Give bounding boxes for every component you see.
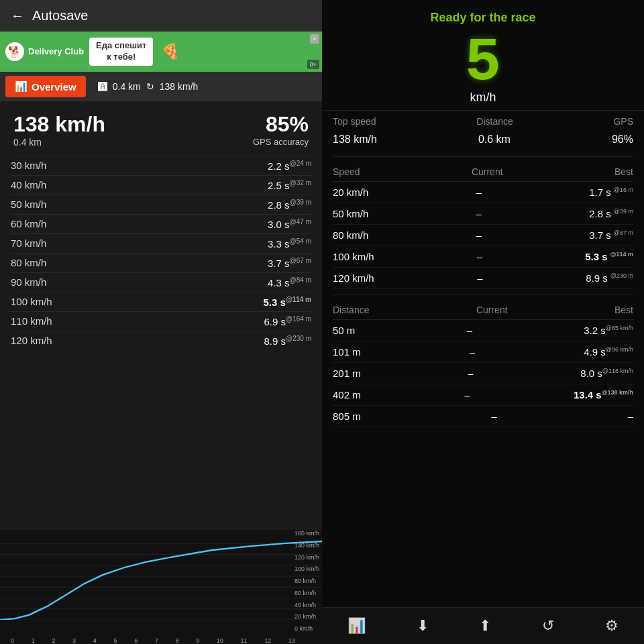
back-button[interactable]: ← [11,8,24,23]
nav-distance: 0.4 km [113,81,141,92]
header: ← Autosave [0,0,322,32]
chart-y-label: 160 km/h [294,530,319,537]
nav-settings-icon[interactable]: ⚙ [605,617,619,635]
perf-best: 3.7 s @67 m [589,229,633,241]
perf-row: 120 km/h – 8.9 s @230 m [333,268,633,289]
speed-label: 110 km/h [11,315,52,327]
dist-best: 13.4 s@138 km/h [574,389,633,400]
dist-dist: 805 m [333,411,361,422]
accuracy-label: GPS accuracy [253,137,309,147]
perf-current: – [477,251,482,262]
current-speed-digit: 5 [322,33,644,93]
perf-speed: 80 km/h [333,229,368,241]
chart-x-label: 12 [264,637,271,644]
dist-current: – [467,325,472,336]
perf-current: – [477,272,482,284]
table-row: 50 km/h2.8 s@39 m [11,195,311,214]
perf-row: 50 km/h – 2.8 s @39 m [333,203,633,225]
ad-close-button[interactable]: × [310,34,319,44]
dist-current: – [492,411,497,422]
ad-pizza-icon: 🍕 [161,43,179,60]
chart-y-label: 80 km/h [294,578,319,584]
perf-speed-col: Speed [333,166,360,177]
accuracy-block: 85% GPS accuracy [253,112,309,147]
perf-speed: 50 km/h [333,208,368,219]
dist-current: – [464,389,470,400]
chart-x-label: 13 [288,637,295,644]
chart-x-label: 9 [196,637,199,644]
dist-row: 402 m – 13.4 s@138 km/h [333,384,633,406]
dist-dist: 50 m [333,325,355,336]
nav-upload-icon[interactable]: ⬆ [479,617,491,635]
speed-table: 30 km/h2.2 s@24 m40 km/h2.5 s@32 m50 km/… [0,153,322,525]
accuracy-value: 85% [253,112,309,137]
nav-stats: 🅰 0.4 km ↻ 138 km/h [91,77,205,96]
speed-label: 60 km/h [11,218,46,230]
chart-x-label: 2 [52,637,55,644]
dist-dist: 201 m [333,368,361,379]
chart-y-label: 100 km/h [294,566,319,572]
table-row: 70 km/h3.3 s@54 m [11,233,311,253]
nav-bar: 📊 Overview 🅰 0.4 km ↻ 138 km/h [0,72,322,101]
chart-y-label: 120 km/h [294,554,319,561]
speed-label: 40 km/h [11,179,46,191]
perf-current: – [476,208,482,219]
speed-time: 3.3 s@54 m [268,237,311,250]
divider-2 [333,294,633,295]
speed-label: 80 km/h [11,257,46,269]
table-row: 120 km/h8.9 s@230 m [11,331,311,350]
chart-x-label: 5 [113,637,117,644]
gps-header: GPS [613,116,633,127]
speed-time: 3.7 s@67 m [268,257,311,269]
top-speed-header: Top speed [333,116,376,127]
top-distance-val: 0.6 km [478,133,511,146]
perf-current: – [476,229,482,241]
table-row: 90 km/h4.3 s@84 m [11,272,311,292]
perf-current: – [476,186,482,198]
ad-logo: 🐕 Delivery Club [5,42,84,61]
dist-row: 101 m – 4.9 s@96 km/h [333,341,633,363]
ad-banner[interactable]: 🐕 Delivery Club Еда спешит к тебе! 🍕 × 0… [0,32,322,72]
nav-chart-icon[interactable]: 📊 [347,617,366,635]
table-row: 100 km/h5.3 s@114 m [11,292,311,311]
top-stats-row: 138 km/h 0.6 km 96% [333,131,633,148]
perf-best: 1.7 s @16 m [589,186,633,198]
dist-row: 805 m – – [333,406,633,427]
dist-current-col: Current [476,305,508,315]
speed-label: 100 km/h [11,296,52,308]
chart-svg [0,533,322,620]
speed-time: 2.8 s@39 m [268,199,311,211]
dist-current: – [468,368,473,379]
nav-download-icon[interactable]: ⬇ [417,617,429,635]
dist-best: 8.0 s@116 km/h [580,368,633,379]
performance-section: Speed Current Best 20 km/h – 1.7 s @16 m… [322,160,644,292]
main-speed-value: 138 km/h [13,112,105,137]
chart-y-labels: 0 km/h20 km/h40 km/h60 km/h80 km/h100 km… [294,530,319,632]
dist-dist: 402 m [333,389,361,400]
chart-x-label: 3 [72,637,76,644]
divider-1 [333,156,633,157]
speed-label: 120 km/h [11,335,52,347]
right-panel: Ready for the race 5 km/h Top speed Dist… [322,0,644,644]
speed-time: 6.9 s@164 m [264,315,311,327]
dist-dist-col: Distance [333,305,369,315]
chart-y-label: 140 km/h [294,542,319,549]
speed-label: 70 km/h [11,237,46,250]
perf-best: 2.8 s @39 m [589,208,633,219]
speed-time: 8.9 s@230 m [264,335,311,347]
chart-x-label: 10 [217,637,223,644]
top-stats-section: Top speed Distance GPS 138 km/h 0.6 km 9… [322,110,644,154]
chart-x-label: 11 [241,637,248,644]
dist-best: 3.2 s@65 km/h [584,325,633,336]
dist-best: 4.9 s@96 km/h [584,346,633,358]
speed-icon: ↻ [146,81,154,92]
dist-current: – [470,346,475,358]
speed-time: 2.5 s@32 m [268,179,311,191]
perf-row: 80 km/h – 3.7 s @67 m [333,225,633,246]
overview-button[interactable]: 📊 Overview [5,76,86,97]
speed-time: 3.0 s@47 m [268,218,311,230]
race-title: Ready for the race [322,11,644,25]
nav-refresh-icon[interactable]: ↺ [542,617,554,635]
speed-unit: km/h [322,91,644,105]
perf-row: 20 km/h – 1.7 s @16 m [333,182,633,203]
